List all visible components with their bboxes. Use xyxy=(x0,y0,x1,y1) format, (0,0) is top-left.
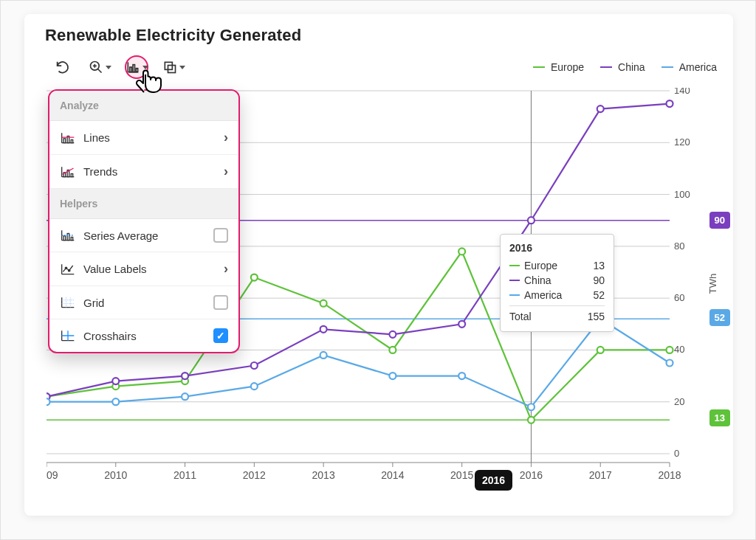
svg-text:2017: 2017 xyxy=(589,469,612,481)
svg-text:2010: 2010 xyxy=(104,469,127,481)
svg-point-56 xyxy=(320,300,327,307)
svg-text:2011: 2011 xyxy=(173,469,196,481)
svg-text:80: 80 xyxy=(674,240,684,252)
svg-text:2018: 2018 xyxy=(658,469,681,481)
crosshair-x-pill: 2016 xyxy=(475,470,512,491)
menu-item-label: Trends xyxy=(83,165,117,178)
svg-point-72 xyxy=(47,398,50,405)
analyze-button[interactable] xyxy=(125,55,148,79)
svg-point-57 xyxy=(389,347,396,353)
tooltip-total-value: 155 xyxy=(588,311,605,322)
legend-item-china[interactable]: China xyxy=(600,61,645,73)
undo-button[interactable] xyxy=(51,55,75,79)
svg-point-75 xyxy=(251,383,258,390)
legend: Europe China America xyxy=(533,61,717,73)
svg-text:60: 60 xyxy=(674,292,684,303)
checkbox[interactable] xyxy=(213,228,228,243)
svg-point-70 xyxy=(597,105,604,112)
legend-label: China xyxy=(618,61,645,73)
crosshair-pill-america: 52 xyxy=(709,309,730,326)
crosshairs-icon xyxy=(60,329,76,342)
checkbox-checked[interactable] xyxy=(213,328,228,343)
y-axis-label: TWh xyxy=(707,274,718,294)
svg-rect-84 xyxy=(63,138,66,142)
chevron-right-icon: › xyxy=(224,261,228,277)
svg-point-79 xyxy=(528,404,535,410)
crosshair-pill-china: 90 xyxy=(709,212,730,229)
tooltip-title: 2016 xyxy=(509,242,605,254)
svg-rect-96 xyxy=(63,236,66,240)
legend-label: America xyxy=(679,61,717,73)
trends-icon xyxy=(60,165,76,179)
chevron-down-icon xyxy=(106,66,111,69)
legend-swatch xyxy=(662,66,673,68)
svg-point-73 xyxy=(112,398,119,405)
menu-item-grid[interactable]: Grid xyxy=(49,286,238,319)
checkbox[interactable] xyxy=(213,295,228,310)
zoom-button[interactable] xyxy=(88,55,111,79)
legend-item-europe[interactable]: Europe xyxy=(533,61,584,73)
zoom-icon xyxy=(89,60,103,75)
menu-section-analyze: Analyze xyxy=(49,91,238,121)
svg-point-58 xyxy=(458,248,465,255)
svg-rect-97 xyxy=(67,234,69,240)
svg-point-77 xyxy=(389,373,396,379)
tooltip-value: 13 xyxy=(593,260,605,271)
svg-text:120: 120 xyxy=(674,136,690,148)
menu-item-label: Grid xyxy=(83,297,104,309)
tooltip-label: America xyxy=(524,289,562,301)
menu-item-label: Series Average xyxy=(83,229,158,242)
menu-item-label: Value Labels xyxy=(83,263,147,275)
lines-icon xyxy=(60,131,76,145)
svg-point-76 xyxy=(320,352,327,359)
svg-rect-86 xyxy=(71,139,73,142)
svg-text:100: 100 xyxy=(674,189,690,200)
menu-item-value-labels[interactable]: Value Labels › xyxy=(49,252,238,286)
svg-text:40: 40 xyxy=(674,344,684,355)
svg-rect-6 xyxy=(129,67,131,72)
svg-point-66 xyxy=(320,326,327,333)
value-labels-icon xyxy=(60,263,76,276)
svg-rect-7 xyxy=(133,65,135,72)
svg-point-102 xyxy=(65,267,67,269)
svg-point-71 xyxy=(667,100,673,107)
svg-point-65 xyxy=(251,362,258,369)
resize-icon xyxy=(162,60,177,75)
legend-item-america[interactable]: America xyxy=(662,61,717,73)
chart-card: Renewable Electricity Generated Europe C… xyxy=(24,14,733,516)
tooltip-value: 52 xyxy=(593,289,605,301)
svg-text:2016: 2016 xyxy=(520,469,543,481)
toolbar xyxy=(51,55,185,79)
menu-item-label: Crosshairs xyxy=(83,330,137,342)
svg-point-63 xyxy=(112,378,119,384)
svg-point-55 xyxy=(251,274,258,281)
tooltip: 2016 Europe13 China90 America52 Total155 xyxy=(500,234,614,332)
svg-point-81 xyxy=(667,360,673,367)
menu-item-crosshairs[interactable]: Crosshairs xyxy=(49,319,238,352)
menu-item-label: Lines xyxy=(83,131,110,144)
menu-item-lines[interactable]: Lines › xyxy=(49,121,238,155)
menu-item-trends[interactable]: Trends › xyxy=(49,155,238,189)
svg-text:2015: 2015 xyxy=(450,469,473,481)
crosshair-pill-europe: 13 xyxy=(709,409,730,426)
svg-point-64 xyxy=(182,373,188,379)
chevron-down-icon xyxy=(179,66,185,69)
tooltip-total-label: Total xyxy=(509,311,532,322)
series-average-icon xyxy=(60,229,76,242)
svg-rect-92 xyxy=(71,173,73,176)
chart-title: Renewable Electricity Generated xyxy=(45,26,301,45)
menu-item-series-average[interactable]: Series Average xyxy=(49,219,238,252)
legend-label: Europe xyxy=(551,61,584,73)
grid-icon xyxy=(60,296,76,309)
svg-point-61 xyxy=(667,347,673,353)
legend-swatch xyxy=(533,66,545,68)
svg-point-67 xyxy=(389,331,396,338)
analyze-icon xyxy=(126,60,140,75)
svg-point-69 xyxy=(528,217,535,224)
analyze-menu: Analyze Lines › Trends › Helpers Series … xyxy=(48,89,240,353)
svg-point-103 xyxy=(68,269,70,271)
svg-text:2013: 2013 xyxy=(312,469,335,481)
chevron-down-icon xyxy=(142,66,148,69)
svg-point-60 xyxy=(597,347,604,353)
resize-button[interactable] xyxy=(162,55,185,79)
